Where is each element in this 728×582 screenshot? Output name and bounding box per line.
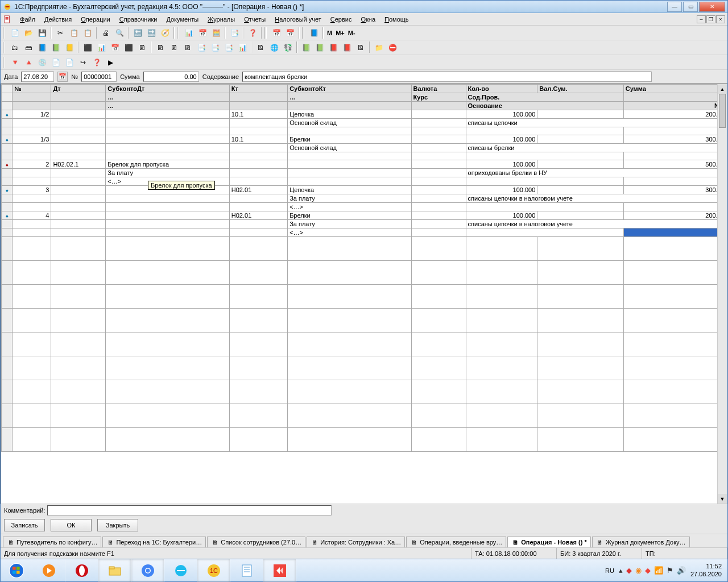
col-summa[interactable]: Сумма <box>623 85 726 93</box>
tray-shield-icon[interactable]: ◆ <box>626 566 632 575</box>
window-tab[interactable]: 🗎История: Сотрудники : Ха… <box>307 537 405 547</box>
toolbar-save-icon[interactable]: 💾 <box>36 27 48 39</box>
menu-references[interactable]: Справочники <box>115 15 162 24</box>
menu-help[interactable]: Помощь <box>380 15 413 24</box>
col-kt[interactable]: Кт <box>229 85 287 93</box>
num-input[interactable] <box>81 72 117 82</box>
toolbar-grip[interactable] <box>264 27 267 39</box>
col-subdt[interactable]: СубконтоДт <box>106 85 229 93</box>
col-kolvo[interactable]: Кол-во <box>466 85 537 93</box>
scroll-down-icon[interactable]: ▼ <box>718 494 727 504</box>
toolbar3-btn-2[interactable]: 💿 <box>36 56 48 69</box>
toolbar3-btn-6[interactable]: ❓ <box>90 56 103 69</box>
col-osn[interactable]: Основание <box>466 102 623 110</box>
window-tab[interactable]: 🗎Журнал документов Доку… <box>592 537 690 547</box>
sum-input[interactable] <box>143 72 199 82</box>
toolbar2-btn-13[interactable]: 📑 <box>195 41 208 54</box>
tray-volume-icon[interactable]: 🔊 <box>677 566 686 575</box>
toolbar-new-icon[interactable]: 📄 <box>9 27 21 39</box>
toolbar2-btn-4[interactable]: 📒 <box>63 41 76 54</box>
mdi-close-button[interactable]: × <box>716 15 725 23</box>
tray-player-icon[interactable]: ◉ <box>635 566 642 575</box>
col-valsum[interactable]: Вал.Сум. <box>537 85 623 93</box>
toolbar-open-icon[interactable]: 📂 <box>22 27 35 39</box>
task-1c-icon[interactable]: 1C <box>197 559 230 582</box>
menu-tax[interactable]: Налоговый учет <box>270 15 326 24</box>
toolbar-mminus-button[interactable]: М- <box>347 30 357 36</box>
toolbar2-btn-12[interactable]: 🖹 <box>181 41 194 54</box>
toolbar2-btn-10[interactable]: 🖹 <box>154 41 167 54</box>
toolbar-undo-icon[interactable]: 🔙 <box>131 27 144 39</box>
menu-operations[interactable]: Операции <box>76 15 114 24</box>
toolbar-grip[interactable] <box>3 57 5 68</box>
toolbar2-btn-17[interactable]: 🖻 <box>254 41 267 54</box>
toolbar2-btn-25[interactable]: 📁 <box>373 41 385 54</box>
mdi-minimize-button[interactable]: – <box>697 15 706 23</box>
toolbar-grip[interactable] <box>3 42 5 53</box>
window-tab[interactable]: 🗎Список сотрудников (27.0… <box>207 537 305 547</box>
toolbar2-btn-26[interactable]: ⛔ <box>386 41 399 54</box>
menu-documents[interactable]: Документы <box>162 15 203 24</box>
toolbar2-btn-9[interactable]: 🖹 <box>136 41 148 54</box>
window-close-button[interactable]: ✕ <box>699 2 725 12</box>
task-ie-icon[interactable] <box>164 559 197 582</box>
task-media-icon[interactable] <box>32 559 65 582</box>
toolbar-m-button[interactable]: М <box>326 30 333 36</box>
toolbar-preview-icon[interactable]: 🔍 <box>113 27 126 39</box>
toolbar3-btn-5[interactable]: ↪ <box>77 56 89 69</box>
date-input[interactable] <box>21 72 54 82</box>
toolbar2-btn-6[interactable]: 📊 <box>95 41 107 54</box>
col-num[interactable]: № <box>13 85 51 93</box>
toolbar-period2-icon[interactable]: 📅 <box>284 27 296 39</box>
window-tab[interactable]: 🗎Путеводитель по конфигу… <box>3 537 101 547</box>
toolbar2-btn-21[interactable]: 📗 <box>313 41 326 54</box>
menu-journals[interactable]: Журналы <box>203 15 239 24</box>
toolbar-docs-icon[interactable]: 📑 <box>228 27 241 39</box>
col-sodprov[interactable]: Сод.Пров. <box>466 93 623 102</box>
date-picker-button[interactable]: 📅 <box>57 72 68 82</box>
tray-clock[interactable]: 11:52 27.08.2020 <box>690 563 722 577</box>
toolbar-calc-icon[interactable]: 🧮 <box>210 27 222 39</box>
col-subkt[interactable]: СубконтоКт <box>288 85 411 93</box>
toolbar2-btn-5[interactable]: ⬛ <box>81 41 94 54</box>
toolbar-copy-icon[interactable]: 📋 <box>68 27 80 39</box>
window-tab[interactable]: 🗎Переход на 1С: Бухгалтери… <box>102 537 206 547</box>
col-dt[interactable]: Дт <box>51 85 106 93</box>
start-button[interactable] <box>1 559 32 582</box>
toolbar-grip[interactable] <box>302 27 304 39</box>
task-chrome-icon[interactable] <box>131 559 164 582</box>
menu-actions[interactable]: Действия <box>40 15 76 24</box>
col-nzh[interactable]: NЖ <box>623 102 726 110</box>
toolbar2-btn-22[interactable]: 📕 <box>327 41 340 54</box>
window-tab[interactable]: 🗎Операции, введенные вру… <box>406 537 506 547</box>
toolbar3-btn-4[interactable]: 📄 <box>63 56 76 69</box>
toolbar-mplus-button[interactable]: М+ <box>334 30 346 36</box>
toolbar2-btn-2[interactable]: 📘 <box>36 41 48 54</box>
menu-windows[interactable]: Окна <box>356 15 380 24</box>
toolbar2-btn-16[interactable]: 📊 <box>236 41 249 54</box>
window-tab[interactable]: 🗎Операция - Новая () * <box>507 537 590 547</box>
task-opera-icon[interactable] <box>65 559 98 582</box>
content-input[interactable] <box>242 72 652 82</box>
toolbar3-btn-1[interactable]: 🔺 <box>22 56 35 69</box>
window-minimize-button[interactable]: — <box>667 2 682 12</box>
toolbar3-btn-0[interactable]: 🔻 <box>9 56 21 69</box>
task-notepad-icon[interactable] <box>230 559 263 582</box>
toolbar-help-icon[interactable]: ❓ <box>246 27 259 39</box>
toolbar2-btn-20[interactable]: 📗 <box>300 41 312 54</box>
toolbar2-btn-11[interactable]: 🖹 <box>168 41 180 54</box>
tray-lang[interactable]: RU <box>605 567 614 574</box>
toolbar-cut-icon[interactable]: ✂ <box>54 27 67 39</box>
toolbar-print-icon[interactable]: 🖨 <box>100 27 112 39</box>
toolbar2-btn-0[interactable]: 🗂 <box>9 41 21 54</box>
scroll-thumb[interactable] <box>719 94 726 128</box>
toolbar2-btn-24[interactable]: 🖻 <box>354 41 367 54</box>
entries-grid[interactable]: № Дт СубконтоДт Кт СубконтоКт Валюта Кол… <box>1 84 727 504</box>
toolbar-redo-icon[interactable]: 🔜 <box>145 27 158 39</box>
ok-button[interactable]: ОК <box>51 519 92 531</box>
menu-file[interactable]: Файл <box>15 15 40 24</box>
toolbar-chart-icon[interactable]: 📊 <box>183 27 195 39</box>
window-maximize-button[interactable]: ▭ <box>683 2 698 12</box>
toolbar2-btn-3[interactable]: 📗 <box>49 41 62 54</box>
tray-chevron-icon[interactable]: ▴ <box>619 566 623 575</box>
